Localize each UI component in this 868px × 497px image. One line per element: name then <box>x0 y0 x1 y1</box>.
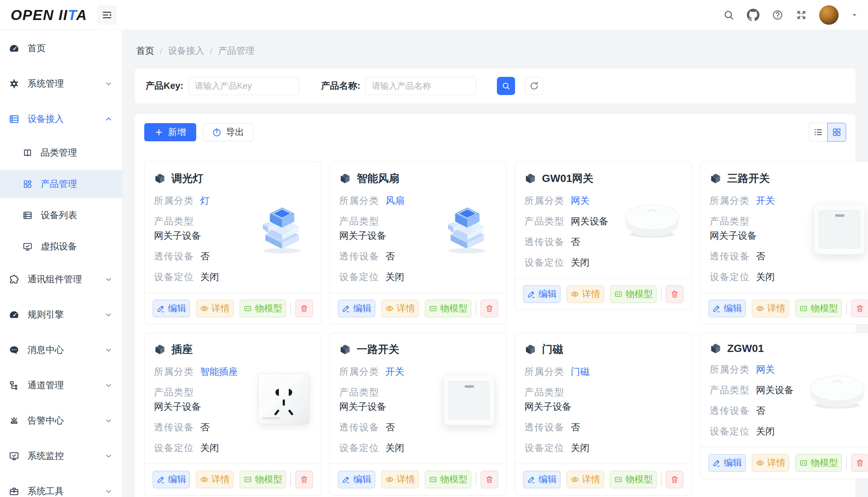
edit-button[interactable]: 编辑 <box>523 285 561 303</box>
fullscreen-icon[interactable] <box>795 9 807 21</box>
alarm-icon <box>9 415 19 426</box>
export-button[interactable]: 导出 <box>203 123 253 141</box>
product-image <box>812 201 867 257</box>
passthrough-label: 透传设备 <box>524 422 564 433</box>
github-icon[interactable] <box>747 9 760 22</box>
passthrough-value: 否 <box>386 422 395 433</box>
model-button[interactable]: 物模型 <box>610 285 657 303</box>
location-label: 设备定位 <box>154 442 194 454</box>
detail-button[interactable]: 详情 <box>196 471 233 488</box>
detail-button[interactable]: 详情 <box>752 300 789 317</box>
sidebar-item[interactable]: 消息中心 <box>0 335 122 366</box>
model-button[interactable]: 物模型 <box>240 300 286 317</box>
edit-button[interactable]: 编辑 <box>338 471 375 488</box>
sidebar-item[interactable]: 设备列表 <box>0 201 122 229</box>
product-name: 插座 <box>171 342 193 357</box>
sidebar-item-label: 虚拟设备 <box>41 240 77 253</box>
puzzle-icon <box>9 274 19 285</box>
sidebar-item[interactable]: 产品管理 <box>0 170 122 198</box>
product-image: SIEMENS <box>256 371 312 427</box>
monitor-icon <box>9 451 19 462</box>
app-logo: OPEN IITA <box>11 6 87 24</box>
product-type-value: 网关子设备 <box>339 401 386 412</box>
detail-button[interactable]: 详情 <box>382 300 419 317</box>
product-category-link[interactable]: 网关 <box>756 364 775 375</box>
product-category-link[interactable]: 智能插座 <box>200 366 238 377</box>
detail-button[interactable]: 详情 <box>382 471 419 488</box>
sidebar-menu: 首页系统管理设备接入品类管理产品管理设备列表虚拟设备通讯组件管理规则引擎消息中心… <box>0 33 122 497</box>
type-label: 产品类型 <box>339 387 379 398</box>
card-actions: 编辑 详情 物模型 <box>700 447 868 479</box>
detail-button[interactable]: 详情 <box>752 454 789 472</box>
sidebar-collapse-button[interactable] <box>97 5 117 25</box>
location-value: 关闭 <box>200 442 219 454</box>
product-name: 一路开关 <box>357 342 399 357</box>
sidebar-item[interactable]: 设备接入 <box>0 103 122 135</box>
divider <box>290 473 291 486</box>
search-button[interactable] <box>497 77 515 95</box>
search-icon[interactable] <box>723 9 735 21</box>
model-button[interactable]: 物模型 <box>425 471 471 488</box>
sidebar-item[interactable]: 通道管理 <box>0 370 122 401</box>
divider <box>846 302 847 315</box>
location-value: 关闭 <box>756 271 775 283</box>
help-icon[interactable] <box>772 9 784 21</box>
model-button[interactable]: 物模型 <box>795 300 842 317</box>
sidebar-item[interactable]: 虚拟设备 <box>0 232 122 261</box>
category-label: 所属分类 <box>710 364 750 375</box>
delete-button[interactable] <box>851 300 868 317</box>
product-category-link[interactable]: 风扇 <box>386 195 404 206</box>
sidebar-item[interactable]: 系统监控 <box>0 440 122 472</box>
edit-button[interactable]: 编辑 <box>708 454 746 472</box>
delete-button[interactable] <box>295 471 313 488</box>
product-key-input[interactable] <box>188 77 299 95</box>
edit-button[interactable]: 编辑 <box>153 300 190 317</box>
delete-button[interactable] <box>481 471 498 488</box>
export-icon <box>212 128 222 137</box>
sidebar-item[interactable]: 系统工具 <box>0 476 122 497</box>
delete-button[interactable] <box>666 285 684 303</box>
sidebar-item[interactable]: 品类管理 <box>0 139 122 167</box>
detail-button[interactable]: 详情 <box>567 285 604 303</box>
add-button[interactable]: 新增 <box>144 123 196 141</box>
edit-button[interactable]: 编辑 <box>708 300 746 317</box>
list-view-button[interactable] <box>809 123 828 142</box>
delete-button[interactable] <box>666 471 684 488</box>
model-button[interactable]: 物模型 <box>425 300 471 317</box>
product-category-link[interactable]: 灯 <box>200 195 210 206</box>
delete-button[interactable] <box>295 300 313 317</box>
caret-down-icon[interactable] <box>851 11 859 19</box>
grid-view-button[interactable] <box>827 123 846 142</box>
product-category-link[interactable]: 门磁 <box>571 366 590 377</box>
delete-button[interactable] <box>851 454 868 472</box>
sidebar-item[interactable]: 通讯组件管理 <box>0 264 122 295</box>
passthrough-row: 透传设备 否 <box>339 251 442 262</box>
location-label: 设备定位 <box>339 271 379 283</box>
passthrough-row: 透传设备 否 <box>154 251 257 262</box>
passthrough-value: 否 <box>200 422 210 433</box>
model-button[interactable]: 物模型 <box>795 454 842 472</box>
product-category-link[interactable]: 网关 <box>571 195 590 206</box>
refresh-button[interactable] <box>525 77 543 95</box>
product-name-input[interactable] <box>366 77 476 95</box>
sidebar-item[interactable]: 规则引擎 <box>0 299 122 330</box>
product-category-link[interactable]: 开关 <box>756 195 775 206</box>
edit-button[interactable]: 编辑 <box>153 471 190 488</box>
sidebar-item[interactable]: 系统管理 <box>0 68 122 99</box>
detail-button[interactable]: 详情 <box>567 471 604 488</box>
delete-button[interactable] <box>481 300 498 317</box>
edit-button[interactable]: 编辑 <box>338 300 375 317</box>
model-button[interactable]: 物模型 <box>610 471 657 488</box>
edit-button[interactable]: 编辑 <box>523 471 561 488</box>
trash-icon <box>855 458 864 467</box>
pencil-icon <box>342 475 350 484</box>
model-button[interactable]: 物模型 <box>240 471 286 488</box>
thing-model-icon <box>429 475 438 484</box>
breadcrumb-item[interactable]: 设备接入 <box>168 45 204 57</box>
breadcrumb-item[interactable]: 产品管理 <box>218 45 254 57</box>
sidebar-item[interactable]: 首页 <box>0 33 122 64</box>
product-category-link[interactable]: 开关 <box>386 366 404 377</box>
avatar[interactable] <box>819 5 839 25</box>
sidebar-item[interactable]: 告警中心 <box>0 405 122 436</box>
detail-button[interactable]: 详情 <box>196 300 233 317</box>
